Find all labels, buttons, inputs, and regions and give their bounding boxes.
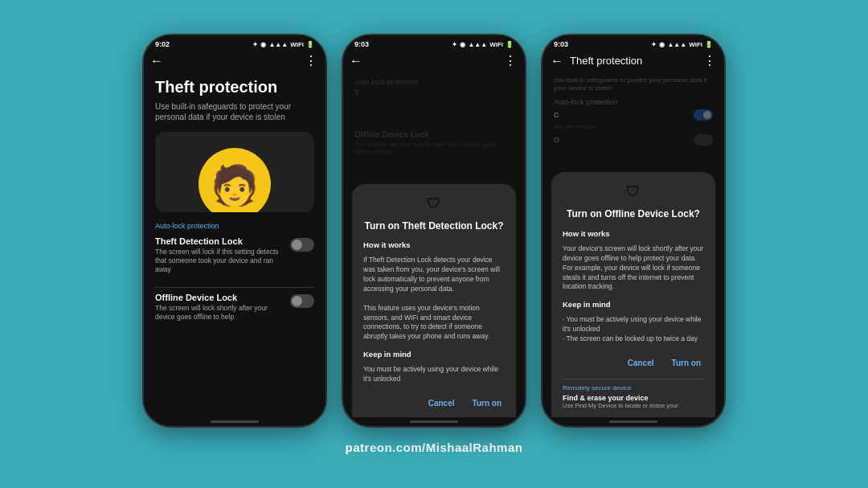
turn-on-button-2[interactable]: Turn on: [469, 397, 505, 409]
more-menu-2[interactable]: ⋮: [504, 53, 517, 68]
dialog-title-2: Turn on Theft Detection Lock?: [363, 220, 505, 233]
theft-detection-desc: The screen will lock if this setting det…: [155, 248, 285, 274]
find-erase-desc: Use Find My Device to locate or erase yo…: [563, 402, 704, 409]
signal-icon-3: ▲▲▲: [667, 41, 686, 48]
phone3-dialog: 🛡 Turn on Offline Device Lock? How it wo…: [551, 172, 715, 417]
phone2-bg: Auto-lock protection T Offline Device Lo…: [343, 72, 525, 162]
phone2-overlay: Auto-lock protection T Offline Device Lo…: [343, 72, 525, 417]
nfc-icon-3: ◉: [659, 41, 665, 48]
theft-detection-name: Theft Detection Lock: [155, 236, 285, 246]
back-arrow-1[interactable]: ←: [150, 54, 163, 68]
remote-section: Remotely secure device Find & erase your…: [563, 379, 704, 409]
wifi-icon-2: WiFi: [489, 41, 503, 48]
bg-theft-name: T: [354, 89, 514, 98]
cancel-button-2[interactable]: Cancel: [425, 397, 458, 409]
how-it-works-label-3: How it works: [563, 229, 704, 238]
phone-3: 9:03 ✦ ◉ ▲▲▲ WiFi 🔋 ← Theft protection ⋮…: [541, 34, 726, 428]
p3-theft-desc: you may need to...: [554, 124, 713, 129]
offline-device-desc: The screen will lock shortly after your …: [155, 304, 285, 322]
keep-in-mind-label-3: Keep in mind: [563, 300, 704, 309]
p3-toggle-dot: [703, 111, 711, 119]
keep-in-mind-label-2: Keep in mind: [363, 350, 505, 359]
wifi-icon-3: WiFi: [689, 41, 702, 48]
status-bar-1: 9:02 ✦ ◉ ▲▲▲ WiFi 🔋: [144, 35, 326, 50]
page-subtitle-1: Use built-in safeguards to protect your …: [155, 101, 314, 122]
battery-icon: 🔋: [306, 41, 314, 48]
p3-top-desc: use built-in safeguards to protect your …: [554, 76, 713, 93]
back-arrow-2[interactable]: ←: [350, 54, 362, 68]
nav-bar-1: ← ⋮: [144, 50, 326, 72]
status-icons-2: ✦ ◉ ▲▲▲ WiFi 🔋: [452, 41, 514, 48]
home-indicator-1: [211, 420, 259, 423]
wifi-icon: WiFi: [290, 41, 304, 48]
more-menu-1[interactable]: ⋮: [305, 53, 317, 68]
bt-icon-3: ✦: [651, 41, 657, 48]
keep-in-mind-body-2: You must be actively using your device w…: [363, 365, 505, 384]
battery-icon-3: 🔋: [705, 41, 713, 48]
offline-device-name: Offline Device Lock: [155, 293, 285, 302]
offline-device-text: Offline Device Lock The screen will lock…: [155, 293, 285, 322]
bg-offline-name: Offline Device Lock: [354, 130, 514, 139]
phone3-overlay: use built-in safeguards to protect your …: [542, 72, 724, 417]
phone-1: 9:02 ✦ ◉ ▲▲▲ WiFi 🔋 ← ⋮ Theft protection…: [142, 34, 327, 428]
home-indicator-2: [410, 420, 458, 423]
theft-detection-text: Theft Detection Lock The screen will loc…: [155, 236, 285, 274]
dialog-actions-2: Cancel Turn on: [363, 397, 505, 409]
p3-offline-toggle: [694, 134, 713, 146]
page-title-1: Theft protection: [155, 78, 314, 96]
dialog-title-3: Turn on Offline Device Lock?: [563, 208, 704, 221]
phone-2: 9:03 ✦ ◉ ▲▲▲ WiFi 🔋 ← ⋮ Auto-lock protec…: [342, 34, 526, 428]
phone3-bg: use built-in safeguards to protect your …: [542, 72, 724, 150]
p3-theft-toggle: [694, 109, 713, 121]
bt-icon: ✦: [252, 41, 258, 48]
nav-title-3: Theft protection: [570, 55, 703, 67]
theft-detection-toggle[interactable]: [290, 238, 314, 252]
cancel-button-3[interactable]: Cancel: [624, 357, 657, 369]
nav-bar-3: ← Theft protection ⋮: [542, 50, 724, 72]
dialog-shield-icon-3: 🛡: [563, 183, 704, 200]
how-it-works-label-2: How it works: [363, 240, 505, 249]
status-time-2: 9:03: [354, 40, 369, 48]
signal-icon-2: ▲▲▲: [468, 41, 487, 48]
bg-offline-desc: The screen will lock shortly after your …: [354, 141, 514, 155]
p3-theft-row: C: [554, 109, 713, 121]
battery-icon-2: 🔋: [506, 41, 514, 48]
find-erase-title: Find & erase your device: [563, 394, 704, 402]
remote-section-label: Remotely secure device: [563, 384, 704, 392]
theft-illustration: 🧑: [155, 132, 314, 212]
theft-detection-row[interactable]: Theft Detection Lock The screen will loc…: [155, 236, 314, 274]
divider-1: [155, 287, 314, 288]
more-menu-3[interactable]: ⋮: [703, 53, 716, 68]
status-bar-3: 9:03 ✦ ◉ ▲▲▲ WiFi 🔋: [542, 35, 724, 50]
offline-device-toggle[interactable]: [290, 294, 314, 308]
p3-theft-name: C: [554, 111, 559, 119]
status-time-3: 9:03: [554, 40, 568, 48]
phone2-dialog: 🛡 Turn on Theft Detection Lock? How it w…: [352, 184, 516, 417]
turn-on-button-3[interactable]: Turn on: [669, 357, 704, 369]
offline-device-row[interactable]: Offline Device Lock The screen will lock…: [155, 293, 314, 322]
back-arrow-3[interactable]: ←: [551, 54, 563, 68]
p3-section: Auto-lock protection: [554, 98, 713, 106]
phones-container: 9:02 ✦ ◉ ▲▲▲ WiFi 🔋 ← ⋮ Theft protection…: [142, 34, 726, 436]
status-icons-3: ✦ ◉ ▲▲▲ WiFi 🔋: [651, 41, 713, 48]
nfc-icon: ◉: [260, 41, 266, 48]
how-it-works-body-2: If Theft Detection Lock detects your dev…: [363, 256, 505, 342]
home-indicator-3: [609, 420, 657, 423]
status-time-1: 9:02: [155, 40, 170, 48]
nfc-icon-2: ◉: [460, 41, 465, 48]
watermark: patreon.com/MishaalRahman: [346, 441, 523, 454]
status-bar-2: 9:03 ✦ ◉ ▲▲▲ WiFi 🔋: [343, 35, 525, 50]
bt-icon-2: ✦: [452, 41, 457, 48]
illus-person-icon: 🧑: [211, 163, 259, 208]
keep-in-mind-body-3: · You must be actively using your device…: [563, 315, 704, 344]
dialog-shield-icon-2: 🛡: [363, 195, 505, 212]
how-it-works-body-3: Your device's screen will lock shortly a…: [563, 244, 704, 292]
section-label-1: Auto-lock protection: [155, 222, 314, 230]
status-icons-1: ✦ ◉ ▲▲▲ WiFi 🔋: [252, 41, 314, 48]
dialog-actions-3: Cancel Turn on: [563, 357, 704, 369]
phone1-main-content: Theft protection Use built-in safeguards…: [144, 72, 326, 417]
nav-bar-2: ← ⋮: [343, 50, 525, 72]
p3-offline-row: O: [554, 134, 713, 146]
p3-offline-name: O: [554, 136, 559, 144]
signal-icon: ▲▲▲: [268, 41, 288, 48]
